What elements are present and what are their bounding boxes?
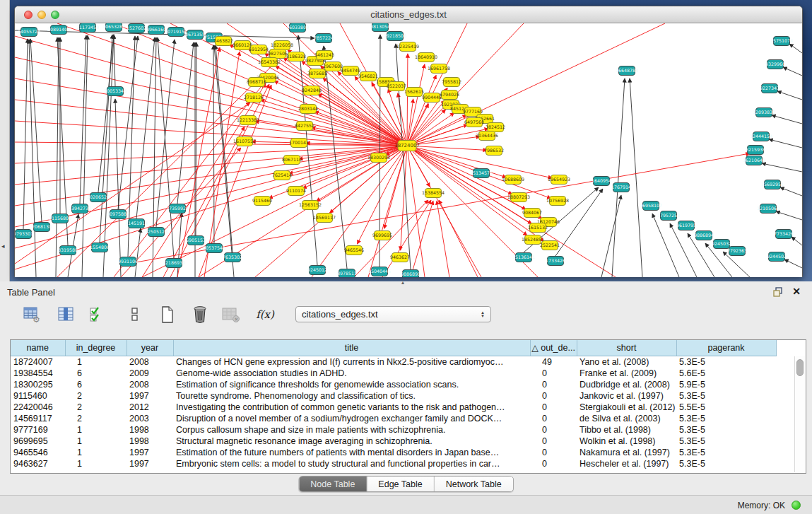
citation-edge[interactable] [784,259,802,268]
column-header-in_degree[interactable]: in_degree [65,340,126,356]
citation-edge-red[interactable] [15,121,407,146]
graph-node[interactable]: 6497568 [464,118,484,127]
citation-edge[interactable] [670,223,697,277]
graph-node[interactable]: 20537540 [203,244,225,253]
citation-edge-red[interactable] [411,201,433,277]
citation-graph[interactable]: 1405572420891406211734591065328715276028… [15,23,802,277]
graph-node[interactable]: 9699695 [372,231,392,240]
graph-node[interactable]: 7857224 [314,34,334,43]
graph-node[interactable]: 10688609 [502,175,524,185]
graph-node[interactable]: 1527602 [126,24,146,33]
graph-node[interactable]: 12444154 [750,132,772,141]
graph-node[interactable]: 8454749 [341,66,360,76]
graph-node[interactable]: 1700141 [289,139,309,148]
graph-node[interactable]: 15384554 [422,189,445,198]
citation-edge-red[interactable] [274,81,407,146]
graph-node[interactable]: 16033809 [286,23,309,33]
graph-node[interactable]: 9245032 [712,240,731,249]
table-row[interactable]: 911546021997Tourette syndrome. Phenomeno… [11,390,776,402]
graph-node[interactable]: 18640910 [415,53,437,62]
citation-edge-red[interactable] [407,23,524,146]
network-window[interactable]: citations_edges.txt 14055724208914062117… [14,6,803,277]
column-header-pagerank[interactable]: pagerank [676,340,776,356]
citation-edge[interactable] [783,67,802,76]
row-options-button[interactable] [124,304,146,325]
graph-node[interactable]: 21173459 [76,23,99,33]
graph-node[interactable]: 14055724 [18,28,40,37]
table-row[interactable]: 946362711997Embryonic stem cells: a mode… [11,458,776,469]
graph-node[interactable]: 7986532 [484,146,504,156]
citation-edge[interactable] [23,39,28,229]
graph-node[interactable]: 12186930 [163,259,185,268]
graph-node[interactable]: 12325419 [396,42,419,52]
graph-node[interactable]: 12093832 [753,108,775,117]
citation-edge[interactable] [136,37,155,218]
table-mode-button[interactable]: ⚙ [21,304,42,325]
table-row[interactable]: 1830029562008Estimation of significance … [11,379,776,390]
graph-node[interactable]: 8186328 [286,52,306,62]
graph-node[interactable]: 12213383 [237,116,259,125]
graph-node[interactable]: 18300295 [367,153,390,163]
graph-node[interactable]: 1767914 [611,183,631,192]
citation-edge[interactable] [789,44,802,53]
graph-node[interactable]: 8522037 [387,82,406,91]
column-selection-button[interactable] [86,304,107,325]
graph-node[interactable]: 9827506 [268,49,288,59]
graph-node[interactable]: 14569117 [313,214,336,223]
graph-node[interactable]: 2068130 [32,223,52,232]
graph-node[interactable]: 12105060 [757,204,779,214]
table-row[interactable]: 1938455462009Genome-wide association stu… [11,368,776,379]
table-row[interactable]: 946554611997Estimation of the future num… [11,447,776,458]
graph-node[interactable]: 1615132 [528,223,548,233]
close-panel-icon[interactable]: ✕ [792,286,801,297]
graph-node[interactable]: 8215938 [746,146,765,155]
graph-node[interactable]: 19654923 [548,175,570,185]
citation-edge[interactable] [80,35,86,204]
graph-node[interactable]: 8968716 [247,78,266,87]
table-row[interactable]: 2242004622012Investigating the contribut… [11,402,776,413]
graph-node[interactable]: 7733426 [774,230,794,239]
graph-node[interactable]: 7792363 [727,247,747,256]
citation-edge-red[interactable] [15,100,407,146]
graph-node[interactable]: 1562615 [404,88,424,97]
graph-node[interactable]: 16543382 [258,58,281,67]
graph-node[interactable]: 16107552 [233,137,256,146]
graph-node[interactable]: 18226058 [271,41,293,50]
graph-node[interactable]: 16210643 [743,156,765,165]
citation-edge-red[interactable] [354,200,428,277]
left-panel-splitter[interactable]: ◂ [0,0,10,281]
citation-edge-red[interactable] [15,103,250,264]
float-panel-icon[interactable] [772,286,784,298]
graph-node[interactable]: 15136141 [512,253,535,262]
graph-node[interactable]: 8978511 [337,269,357,278]
graph-node[interactable]: 5912954 [249,45,269,54]
citation-edge[interactable] [601,195,621,277]
graph-node[interactable]: 10653287 [102,23,125,32]
graph-node[interactable]: 17957253 [657,211,680,221]
graph-node[interactable]: 7635302 [223,253,242,262]
citation-edge-red[interactable] [317,146,407,201]
graph-node[interactable]: 16958107 [640,201,662,211]
graph-node[interactable]: 1733426 [546,257,565,266]
collapse-left-panel-icon[interactable]: ◂ [1,243,5,250]
table-row[interactable]: 969969511998Structural magnetic resonanc… [11,436,776,447]
graph-node[interactable]: 8813054 [370,23,390,32]
citation-edge-red[interactable] [437,201,449,277]
graph-node[interactable]: 6794028 [440,90,459,100]
table-row[interactable]: 1456911722003Disruption of a novel membe… [11,413,776,424]
graph-node[interactable]: 3824512 [486,123,505,132]
window-titlebar[interactable]: citations_edges.txt [15,6,802,23]
citation-edge-red[interactable] [15,146,407,227]
citation-edge[interactable] [780,187,802,196]
graph-node[interactable]: 1640954 [592,177,611,186]
citation-edge[interactable] [652,214,679,277]
graph-node[interactable]: 15751074 [770,37,793,46]
table-row[interactable]: 977716911998Corpus callosum shape and si… [11,424,776,436]
network-canvas[interactable]: 1405572420891406211734591065328715276028… [15,23,802,277]
column-header-name[interactable]: name [11,340,65,356]
graph-node[interactable]: 13942737 [69,204,91,214]
tab-edge-table[interactable]: Edge Table [367,477,434,491]
graph-node[interactable]: 9245012 [307,266,327,275]
graph-node[interactable]: 10756928 [546,197,569,206]
graph-node[interactable]: 17359924 [166,204,189,214]
